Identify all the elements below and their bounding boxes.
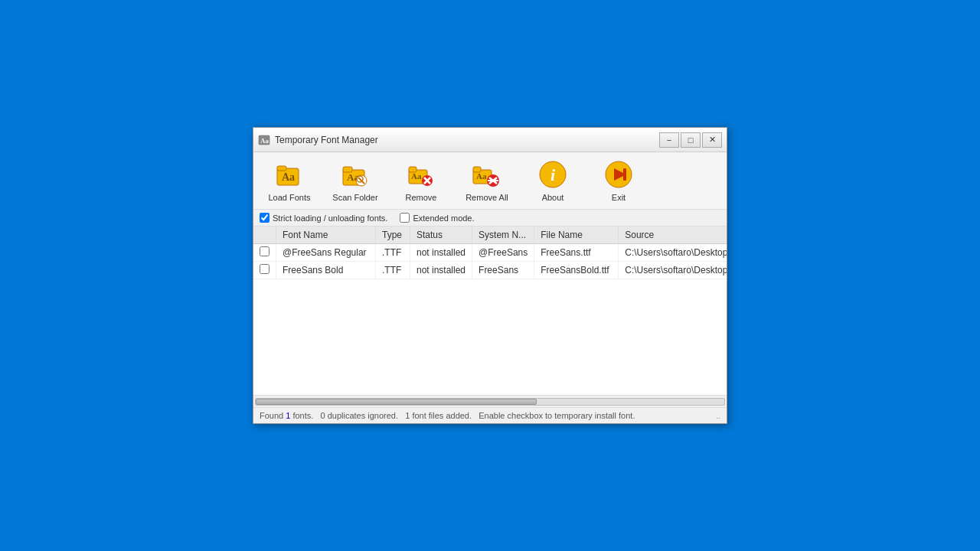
maximize-button[interactable]: □ [681, 132, 701, 148]
extended-mode-checkbox[interactable] [400, 213, 410, 223]
window-controls: − □ ✕ [659, 132, 722, 148]
svg-rect-3 [277, 166, 286, 171]
row-sysname-1: FreeSans [472, 262, 534, 279]
extended-mode-label: Extended mode. [413, 214, 474, 223]
row-font-name-0: @FreeSans Regular [276, 244, 376, 262]
table-row[interactable]: FreeSans Bold .TTF not installed FreeSan… [253, 262, 727, 279]
row-checkbox-0[interactable] [260, 246, 270, 256]
main-window: Aa Temporary Font Manager − □ ✕ Aa Load … [253, 127, 727, 424]
close-button[interactable]: ✕ [702, 132, 722, 148]
strict-loading-label: Strict loading / unloading fonts. [273, 214, 387, 223]
col-font-name: Font Name [276, 227, 376, 244]
hint-text: Enable checkbox to temporary install fon… [479, 411, 635, 420]
remove-all-button[interactable]: Aa Remove All [456, 155, 518, 206]
row-font-name-1: FreeSans Bold [276, 262, 376, 279]
col-status: Status [410, 227, 472, 244]
col-source: Source [619, 227, 727, 244]
remove-label: Remove [406, 193, 437, 202]
extended-mode-option[interactable]: Extended mode. [400, 213, 474, 223]
about-icon: i [537, 159, 568, 190]
remove-button[interactable]: Aa Remove [390, 155, 452, 206]
toolbar: Aa Load Fonts Aa Scan Folder [253, 152, 727, 210]
row-checkbox-cell[interactable] [253, 244, 276, 262]
svg-text:Aa: Aa [476, 171, 487, 181]
title-bar: Aa Temporary Font Manager − □ ✕ [253, 128, 727, 152]
window-title: Temporary Font Manager [275, 135, 378, 145]
scrollbar-track[interactable] [255, 398, 725, 406]
exit-button[interactable]: Exit [587, 155, 650, 206]
row-checkbox-cell[interactable] [253, 262, 276, 279]
about-button[interactable]: i About [521, 155, 584, 206]
found-count: 1 [286, 411, 290, 420]
font-table: Font Name Type Status System N... File N… [253, 227, 727, 279]
font-table-container: Font Name Type Status System N... File N… [253, 227, 727, 395]
row-status-1: not installed [410, 262, 472, 279]
load-fonts-icon: Aa [274, 159, 305, 190]
row-filename-1: FreeSansBold.ttf [534, 262, 619, 279]
table-header-row: Font Name Type Status System N... File N… [253, 227, 727, 244]
about-label: About [542, 193, 564, 202]
row-checkbox-1[interactable] [260, 264, 270, 274]
svg-text:Aa: Aa [282, 171, 295, 183]
row-sysname-0: @FreeSans [472, 244, 534, 262]
resize-handle[interactable]: .. [716, 412, 720, 420]
scan-folder-icon: Aa [340, 159, 371, 190]
strict-loading-checkbox[interactable] [260, 213, 270, 223]
svg-text:Aa: Aa [411, 171, 422, 181]
duplicates-text: 0 duplicates ignored. [321, 411, 399, 420]
load-fonts-label: Load Fonts [268, 193, 310, 202]
row-type-0: .TTF [376, 244, 410, 262]
exit-label: Exit [612, 193, 626, 202]
status-text: Found 1 fonts. 0 duplicates ignored. 1 f… [260, 411, 635, 420]
options-bar: Strict loading / unloading fonts. Extend… [253, 210, 727, 227]
horizontal-scrollbar[interactable] [253, 395, 727, 407]
strict-loading-option[interactable]: Strict loading / unloading fonts. [260, 213, 387, 223]
app-icon: Aa [258, 134, 270, 146]
scan-folder-button[interactable]: Aa Scan Folder [324, 155, 387, 206]
status-bar: Found 1 fonts. 0 duplicates ignored. 1 f… [253, 407, 727, 423]
row-source-0: C:\Users\softaro\Desktop\fonts\FreeSans.… [619, 244, 727, 262]
load-fonts-button[interactable]: Aa Load Fonts [258, 155, 321, 206]
col-checkbox [253, 227, 276, 244]
row-type-1: .TTF [376, 262, 410, 279]
minimize-button[interactable]: − [659, 132, 679, 148]
row-filename-0: FreeSans.ttf [534, 244, 619, 262]
remove-all-icon: Aa [472, 159, 502, 190]
scan-folder-label: Scan Folder [332, 193, 377, 202]
exit-icon [603, 159, 634, 190]
svg-rect-28 [623, 168, 626, 181]
col-file-name: File Name [534, 227, 619, 244]
row-source-1: C:\Users\softaro\Desktop\fonts\FreeSansB [619, 262, 727, 279]
row-status-0: not installed [410, 244, 472, 262]
remove-icon: Aa [406, 159, 436, 190]
scrollbar-thumb[interactable] [256, 399, 537, 405]
col-type: Type [376, 227, 410, 244]
svg-text:i: i [550, 165, 556, 184]
svg-text:Aa: Aa [260, 137, 269, 145]
table-row[interactable]: @FreeSans Regular .TTF not installed @Fr… [253, 244, 727, 262]
table-body: @FreeSans Regular .TTF not installed @Fr… [253, 244, 727, 279]
col-system-name: System N... [472, 227, 534, 244]
added-text: 1 font files added. [405, 411, 472, 420]
title-bar-left: Aa Temporary Font Manager [258, 134, 378, 146]
remove-all-label: Remove All [466, 193, 508, 202]
